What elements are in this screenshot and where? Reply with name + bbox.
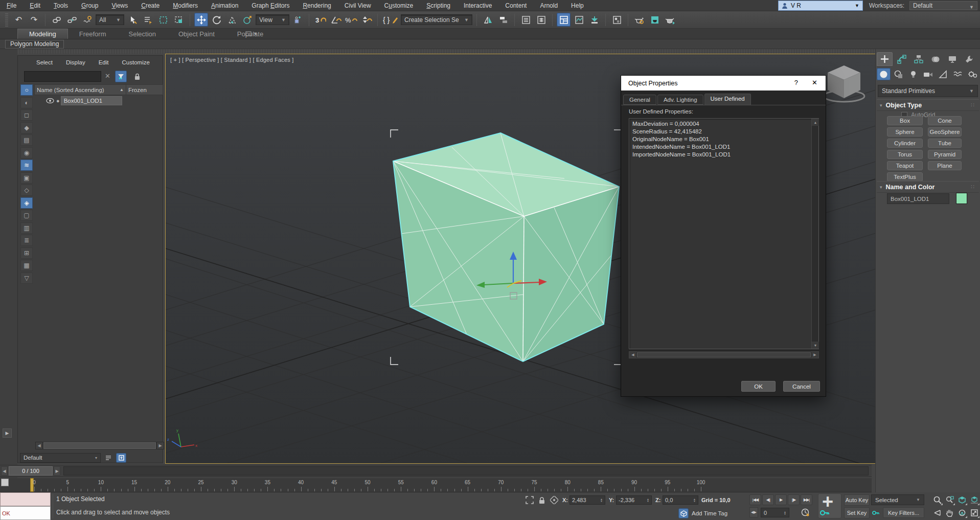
scroll-right-icon[interactable]: ▶ (156, 442, 164, 449)
auto-key-button[interactable]: Auto Key (844, 494, 870, 506)
time-slider-handle[interactable]: 0 / 100 (9, 466, 53, 476)
user-account-chip[interactable]: V R ▼ (778, 1, 863, 11)
angle-snap-icon[interactable] (329, 13, 343, 27)
render-production-icon[interactable] (663, 13, 677, 27)
ribbon-config-dropdown[interactable]: ▼ (245, 30, 263, 38)
cancel-button[interactable]: Cancel (783, 381, 820, 392)
display-filter-icon[interactable]: ○ (20, 84, 33, 96)
ribbon-tab-modeling[interactable]: Modeling (17, 29, 68, 39)
scroll-left-icon[interactable]: ◀ (629, 352, 636, 358)
dialog-tab-user-defined[interactable]: User Defined (704, 94, 751, 105)
rendered-frame-window-icon[interactable] (648, 13, 662, 27)
ok-button[interactable]: OK (741, 381, 776, 392)
mirror-icon[interactable] (481, 13, 495, 27)
set-key-filters-icon[interactable] (871, 508, 881, 518)
select-and-rotate-icon[interactable] (210, 13, 223, 27)
toggle-ribbon-icon[interactable] (557, 13, 571, 27)
menu-rendering[interactable]: Rendering (296, 0, 337, 11)
selection-lock-brackets-icon[interactable] (525, 495, 535, 505)
cone-button[interactable]: Cone (928, 116, 962, 125)
menu-arnold[interactable]: Arnold (533, 0, 564, 11)
selection-lock-icon[interactable] (537, 495, 547, 505)
ribbon-tab-freeform[interactable]: Freeform (68, 29, 118, 39)
menu-edit[interactable]: Edit (23, 0, 47, 11)
geosphere-button[interactable]: GeoSphere (928, 127, 962, 137)
curve-editor-icon[interactable] (572, 13, 586, 27)
explorer-preset-dropdown[interactable]: Default▾ (20, 453, 101, 463)
teapot-button[interactable]: Teapot (887, 161, 923, 170)
x-coordinate-field[interactable]: 2,483▲▼ (569, 495, 605, 505)
viewcube[interactable] (824, 65, 864, 102)
display-filter-icon[interactable]: ▥ (20, 222, 33, 234)
time-slider-track[interactable] (63, 466, 869, 476)
window-crossing-icon[interactable] (172, 13, 186, 27)
add-time-tag[interactable]: Add Time Tag (678, 508, 727, 518)
help-icon[interactable]: ? (794, 79, 798, 86)
next-frame-button[interactable]: ||▶ (788, 494, 800, 505)
orbit-icon[interactable] (956, 507, 968, 518)
menu-content[interactable]: Content (498, 0, 533, 11)
lights-category-icon[interactable] (906, 68, 920, 80)
menu-views[interactable]: Views (105, 0, 134, 11)
macro-recorder-pane[interactable] (0, 492, 51, 506)
object-type-rollout[interactable]: ▾ Object Type ∷ (877, 99, 979, 111)
key-filters-button[interactable]: Key Filters... (883, 507, 924, 518)
display-tab[interactable] (944, 52, 960, 66)
material-editor-icon[interactable] (610, 13, 624, 27)
previous-frame-icon[interactable]: ◀ (1, 466, 8, 476)
display-filter-icon[interactable]: ▦ (20, 260, 33, 271)
track-bar[interactable]: 0510152025303540455055606570758085909510… (0, 478, 872, 492)
visibility-eye-icon[interactable] (46, 98, 54, 103)
scene-object-name[interactable]: Box001_LOD1 (61, 96, 122, 105)
explorer-horizontal-scrollbar[interactable]: ◀ ▶ (35, 442, 164, 449)
table-row[interactable]: ● Box001_LOD1 (34, 96, 163, 106)
expand-panel-button[interactable]: ▶ (3, 428, 12, 438)
polygon-modeling-panel-tab[interactable]: Polygon Modeling (5, 40, 64, 49)
schematic-view-icon[interactable] (587, 13, 601, 27)
select-object-icon[interactable] (126, 13, 140, 27)
snaps-toggle-icon[interactable]: 3 (313, 13, 327, 27)
close-icon[interactable]: ✕ (812, 79, 817, 86)
lock-explorer-icon[interactable] (132, 72, 142, 81)
torus-button[interactable]: Torus (887, 150, 923, 159)
frozen-column-header[interactable]: Frozen (126, 87, 147, 93)
ribbon-tab-selection[interactable]: Selection (118, 29, 167, 39)
toggle-layer-explorer-icon[interactable] (534, 13, 548, 27)
current-frame-field[interactable]: 0▲▼ (761, 508, 789, 517)
pyramid-button[interactable]: Pyramid (928, 150, 962, 159)
user-defined-properties-box[interactable]: MaxDeviation = 0,000004SceneRadius = 42,… (629, 118, 819, 349)
menu-animation[interactable]: Animation (204, 0, 245, 11)
display-filter-icon[interactable]: ◇ (20, 185, 33, 196)
mini-listener-toggle[interactable] (1, 479, 9, 486)
scroll-down-icon[interactable]: ▼ (812, 342, 819, 349)
textplus-button[interactable]: TextPlus (887, 172, 923, 182)
display-filter-icon[interactable]: ◈ (20, 197, 33, 209)
rectangular-selection-region-icon[interactable] (156, 13, 170, 27)
pan-hand-icon[interactable] (944, 507, 955, 518)
field-of-view-icon[interactable] (931, 507, 943, 518)
motion-tab[interactable] (927, 52, 943, 66)
cameras-category-icon[interactable] (921, 68, 935, 80)
menu-customize[interactable]: Customize (378, 0, 420, 11)
display-filter-icon[interactable]: ⊞ (20, 247, 33, 259)
utilities-tab[interactable] (961, 52, 977, 66)
space-warps-category-icon[interactable] (951, 68, 965, 80)
display-filter-icon[interactable]: ◻ (20, 109, 33, 121)
display-filter-icon[interactable]: ▣ (20, 172, 33, 184)
display-filter-icon[interactable]: ◆ (20, 122, 33, 133)
align-icon[interactable] (496, 13, 510, 27)
ribbon-tab-object-paint[interactable]: Object Paint (167, 29, 226, 39)
filter-funnel-icon[interactable] (115, 71, 127, 82)
clear-search-icon[interactable]: ✕ (105, 72, 110, 80)
dialog-tab-adv-lighting[interactable]: Adv. Lighting (657, 95, 703, 105)
go-to-start-button[interactable]: |◀◀ (749, 494, 761, 505)
explorer-search-input[interactable] (24, 71, 101, 82)
set-keys-button[interactable]: + (818, 493, 841, 518)
scrollbar-thumb[interactable] (637, 352, 811, 357)
redo-icon[interactable]: ↷ (27, 13, 41, 27)
percent-snap-icon[interactable]: % (344, 13, 358, 27)
viewport-label[interactable]: [ + ] [ Perspective ] [ Standard ] [ Edg… (170, 57, 293, 63)
menu-help[interactable]: Help (564, 0, 590, 11)
scroll-left-icon[interactable]: ◀ (35, 442, 43, 449)
explorer-menu-edit[interactable]: Edit (99, 59, 109, 65)
